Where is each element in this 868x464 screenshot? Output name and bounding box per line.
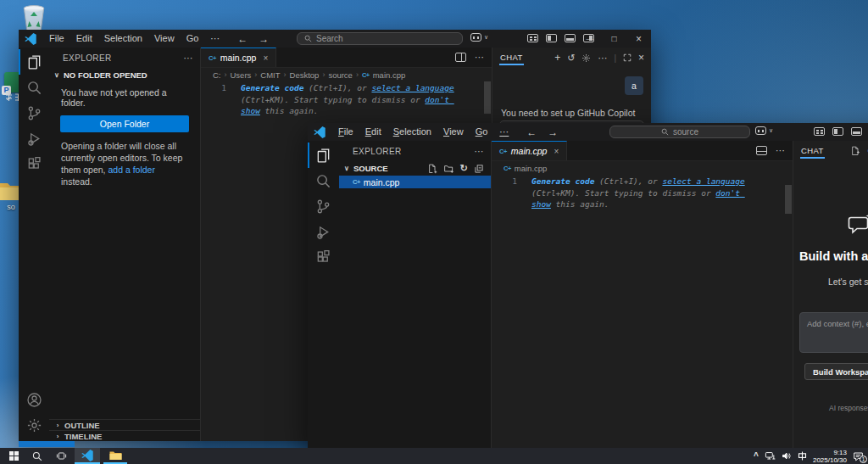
ime-indicator[interactable]: 中 [798, 451, 807, 461]
select-language-link[interactable]: select a language [371, 83, 453, 92]
action-center-button[interactable]: 1 [853, 451, 864, 461]
explorer-more-icon[interactable]: ⋯ [475, 146, 484, 157]
w2-code-area[interactable]: 1 Generate code (Ctrl+I), or select a la… [492, 175, 793, 448]
editor-scrollbar[interactable] [785, 185, 792, 214]
activity-search-icon[interactable] [308, 168, 339, 193]
volume-icon[interactable] [782, 451, 792, 461]
chat-tab[interactable]: CHAT [499, 50, 524, 65]
settings-gear-icon[interactable] [19, 412, 49, 438]
outline-section[interactable]: › OUTLINE [49, 419, 200, 430]
tab-close-icon[interactable]: × [263, 53, 268, 63]
forward-icon[interactable]: → [548, 126, 558, 138]
activity-search-icon[interactable] [19, 75, 49, 100]
w1-section-no-folder[interactable]: ∨ NO FOLDER OPENED [49, 68, 200, 82]
chat-history-icon[interactable]: ↺ [567, 53, 575, 64]
build-workspace-button[interactable]: Build Workspace [804, 363, 868, 380]
toggle-sidebar-icon[interactable] [832, 127, 843, 136]
back-icon[interactable]: ← [237, 33, 248, 45]
open-folder-button[interactable]: Open Folder [60, 115, 189, 132]
file-row-main-cpp[interactable]: C+ main.cpp [339, 176, 491, 188]
menu-edit[interactable]: Edit [70, 33, 98, 44]
maximize-button[interactable]: □ [602, 30, 626, 48]
activity-explorer-icon[interactable] [19, 49, 49, 75]
activity-source-control-icon[interactable] [19, 100, 49, 126]
menu-file[interactable]: File [43, 33, 70, 44]
close-button[interactable]: × [626, 30, 651, 48]
tab-main-cpp[interactable]: C+ main.cpp × [492, 141, 567, 160]
chevron-right-icon: › [53, 422, 62, 429]
menu-file[interactable]: File [332, 126, 359, 137]
new-chat-icon[interactable] [850, 146, 860, 156]
w1-breadcrumb[interactable]: C:› Users› CMIT› Desktop› source› C+ mai… [201, 68, 492, 81]
select-language-link[interactable]: select a language [662, 176, 744, 186]
menu-more-icon[interactable]: ⋯ [493, 126, 515, 137]
new-folder-icon[interactable] [443, 164, 454, 174]
start-button[interactable] [2, 448, 25, 464]
search-icon [304, 35, 312, 42]
menu-more-icon[interactable]: ⋯ [204, 33, 225, 44]
new-file-icon[interactable] [427, 164, 437, 174]
explorer-more-icon[interactable]: ⋯ [184, 53, 193, 64]
taskbar-clock[interactable]: 9:13 2025/10/30 [813, 449, 847, 464]
editor-scrollbar[interactable] [484, 81, 491, 114]
network-icon[interactable] [765, 451, 776, 461]
chat-close-icon[interactable]: × [638, 52, 644, 64]
tray-expand-icon[interactable]: ^ [754, 451, 759, 461]
chat-more-icon[interactable]: ⋯ [598, 53, 607, 64]
taskbar-explorer-button[interactable] [103, 448, 127, 464]
menu-go[interactable]: Go [181, 33, 205, 44]
tab-main-cpp[interactable]: C+ main.cpp × [201, 48, 276, 67]
menu-view[interactable]: View [437, 126, 470, 137]
w2-breadcrumb[interactable]: C+ main.cpp [492, 161, 793, 175]
w2-search-box[interactable]: source [609, 126, 750, 138]
toggle-panel-icon[interactable] [851, 127, 862, 136]
editor-more-icon[interactable]: ⋯ [475, 52, 484, 63]
w1-titlebar[interactable]: File Edit Selection View Go ⋯ ← → Search… [19, 30, 651, 48]
w1-search-box[interactable]: Search [297, 32, 463, 45]
back-icon[interactable]: ← [526, 126, 537, 138]
menu-view[interactable]: View [148, 33, 181, 44]
tab-close-icon[interactable]: × [554, 147, 559, 156]
minimize-button[interactable]: — [577, 30, 602, 48]
activity-explorer-icon[interactable] [308, 143, 339, 168]
chat-maximize-icon[interactable] [623, 53, 632, 62]
account-icon[interactable] [19, 387, 49, 412]
generate-code-link[interactable]: Generate code [241, 83, 303, 92]
w2-copilot-button[interactable]: ∨ [755, 126, 773, 135]
activity-extensions-icon[interactable] [308, 244, 339, 270]
new-chat-icon[interactable]: + [554, 52, 560, 64]
menu-edit[interactable]: Edit [359, 126, 387, 137]
forward-icon[interactable]: → [259, 33, 269, 45]
toggle-panel-icon[interactable] [565, 34, 576, 42]
w1-copilot-button[interactable]: ∨ [470, 33, 488, 42]
split-editor-icon[interactable] [756, 146, 767, 155]
w1-status-bar-remote[interactable] [19, 441, 75, 447]
menu-selection[interactable]: Selection [387, 126, 437, 137]
chat-settings-gear-icon[interactable] [581, 53, 591, 63]
w2-titlebar[interactable]: File Edit Selection View Go ⋯ ← → source… [308, 123, 868, 141]
activity-extensions-icon[interactable] [19, 151, 49, 176]
add-a-folder-link[interactable]: add a folder [108, 165, 154, 175]
refresh-icon[interactable]: ↻ [460, 164, 468, 173]
editor-more-icon[interactable]: ⋯ [776, 145, 785, 156]
taskbar-search-button[interactable] [25, 448, 49, 464]
w1-explorer-sidebar: EXPLORER ⋯ ∨ NO FOLDER OPENED You have n… [49, 48, 201, 441]
collapse-folders-icon[interactable] [474, 164, 484, 174]
chat-tab[interactable]: CHAT [800, 143, 825, 159]
chat-input[interactable]: Add context (#), extensi [799, 312, 868, 353]
customize-layout-icon[interactable] [814, 127, 825, 136]
activity-run-debug-icon[interactable] [308, 219, 339, 244]
generate-code-link[interactable]: Generate code [531, 176, 594, 186]
activity-source-control-icon[interactable] [308, 193, 339, 219]
toggle-sidebar-icon[interactable] [546, 34, 557, 42]
menu-go[interactable]: Go [470, 126, 494, 137]
split-editor-icon[interactable] [455, 53, 466, 62]
taskbar-vscode-button[interactable] [75, 448, 100, 464]
task-view-button[interactable] [49, 448, 73, 464]
customize-layout-icon[interactable] [527, 34, 538, 42]
w2-section-source[interactable]: ∨ SOURCE ↻ [339, 161, 491, 176]
w2-tab-bar: C+ main.cpp × ⋯ [492, 141, 793, 161]
menu-selection[interactable]: Selection [98, 33, 148, 44]
activity-run-debug-icon[interactable] [19, 126, 49, 151]
timeline-section[interactable]: › TIMELINE [49, 430, 200, 441]
